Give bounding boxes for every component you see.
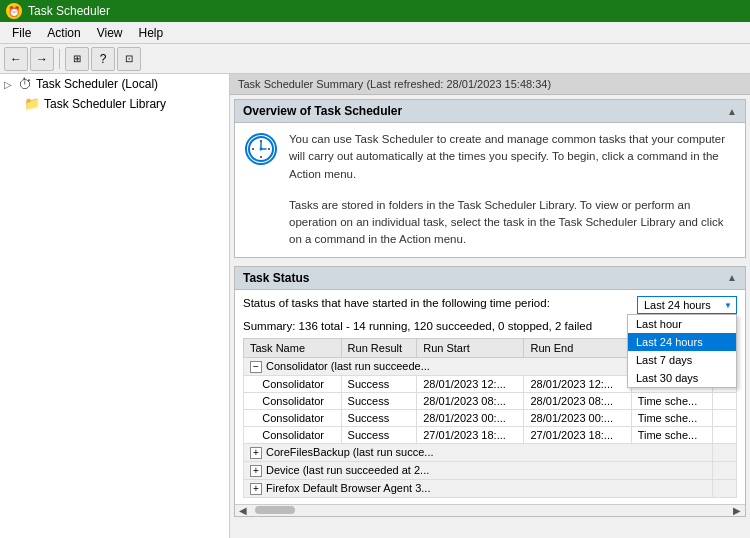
run-end-cell: 28/01/2023 00:... [524,409,631,426]
task-name-cell: Consolidator [244,392,342,409]
time-period-dropdown[interactable]: Last 24 hours [637,296,737,314]
run-result-cell: Success [341,392,417,409]
expand-icon[interactable]: − [250,361,262,373]
clock-icon-container [243,131,279,167]
menu-action[interactable]: Action [39,24,88,42]
time-period-dropdown-menu: Last hour Last 24 hours Last 7 days Last… [627,314,737,388]
run-result-cell: Success [341,426,417,443]
option-last-30-days[interactable]: Last 30 days [628,369,736,387]
expand-local[interactable]: ▷ [4,79,16,90]
triggered-cell: Time sche... [631,392,712,409]
group-row-name: +Device (last run succeeded at 2... [244,461,713,479]
table-row[interactable]: Consolidator Success 28/01/2023 00:... 2… [244,409,737,426]
time-period-dropdown-container: Last 24 hours Last hour Last 24 hours La… [637,296,737,314]
library-label: Task Scheduler Library [44,97,166,111]
task-status-section: Task Status ▲ Status of tasks that have … [234,266,746,517]
task-status-collapse-arrow[interactable]: ▲ [727,272,737,283]
svg-point-5 [268,148,270,150]
title-bar-text: Task Scheduler [28,4,110,18]
clock-icon [245,133,277,165]
overview-collapse-arrow[interactable]: ▲ [727,106,737,117]
right-panel: Task Scheduler Summary (Last refreshed: … [230,74,750,538]
back-button[interactable]: ← [4,47,28,71]
filter-label: Status of tasks that have started in the… [243,297,550,309]
table-row[interactable]: Consolidator Success 27/01/2023 18:... 2… [244,426,737,443]
overview-section-header: Overview of Task Scheduler ▲ [235,100,745,123]
group-row-name: +Firefox Default Browser Agent 3... [244,479,713,497]
run-end-cell: 27/01/2023 18:... [524,426,631,443]
col-task-name: Task Name [244,338,342,357]
overview-text-2: Tasks are stored in folders in the Task … [289,197,737,249]
row-extra [713,392,737,409]
row-extra [713,426,737,443]
toolbar-separator-1 [59,49,60,69]
local-icon: ⏱ [18,76,32,92]
overview-content: You can use Task Scheduler to create and… [235,123,745,257]
forward-button[interactable]: → [30,47,54,71]
expand-icon[interactable]: + [250,465,262,477]
svg-point-4 [252,148,254,150]
overview-section: Overview of Task Scheduler ▲ [234,99,746,258]
task-status-header: Task Status ▲ [235,267,745,290]
summary-header-text: Task Scheduler Summary (Last refreshed: … [238,78,551,90]
horizontal-scrollbar[interactable]: ◀ ▶ [235,504,745,516]
show-hide-button[interactable]: ⊞ [65,47,89,71]
local-label: Task Scheduler (Local) [36,77,158,91]
col-run-start: Run Start [417,338,524,357]
table-row[interactable]: +Device (last run succeeded at 2... [244,461,737,479]
overview-title: Overview of Task Scheduler [243,104,402,118]
app-icon: ⏰ [6,3,22,19]
properties-button[interactable]: ⊡ [117,47,141,71]
main-layout: ▷ ⏱ Task Scheduler (Local) 📁 Task Schedu… [0,74,750,538]
run-start-cell: 28/01/2023 08:... [417,392,524,409]
table-row[interactable]: +Firefox Default Browser Agent 3... [244,479,737,497]
run-end-cell: 28/01/2023 08:... [524,392,631,409]
title-bar: ⏰ Task Scheduler [0,0,750,22]
left-panel: ▷ ⏱ Task Scheduler (Local) 📁 Task Schedu… [0,74,230,538]
col-run-result: Run Result [341,338,417,357]
overview-text-block: You can use Task Scheduler to create and… [289,131,737,249]
task-name-cell: Consolidator [244,426,342,443]
summary-header: Task Scheduler Summary (Last refreshed: … [230,74,750,95]
expand-icon[interactable]: + [250,483,262,495]
run-start-cell: 28/01/2023 12:... [417,375,524,392]
expand-icon[interactable]: + [250,447,262,459]
task-name-cell: Consolidator [244,409,342,426]
triggered-cell: Time sche... [631,426,712,443]
menu-view[interactable]: View [89,24,131,42]
menu-bar: File Action View Help [0,22,750,44]
col-run-end: Run End [524,338,631,357]
group-row-extra [713,479,737,497]
table-row[interactable]: Consolidator Success 28/01/2023 08:... 2… [244,392,737,409]
menu-file[interactable]: File [4,24,39,42]
library-icon: 📁 [24,96,40,111]
row-extra [713,409,737,426]
scroll-left-arrow[interactable]: ◀ [235,505,251,516]
task-status-title: Task Status [243,271,309,285]
task-status-content: Status of tasks that have started in the… [235,290,745,504]
task-name-cell: Consolidator [244,375,342,392]
option-last-24-hours[interactable]: Last 24 hours [628,333,736,351]
menu-help[interactable]: Help [131,24,172,42]
group-row-extra [713,461,737,479]
scroll-right-arrow[interactable]: ▶ [729,505,745,516]
tree-item-local[interactable]: ▷ ⏱ Task Scheduler (Local) [0,74,229,94]
run-result-cell: Success [341,409,417,426]
status-filter-row: Status of tasks that have started in the… [243,296,737,314]
toolbar: ← → ⊞ ? ⊡ [0,44,750,74]
table-row[interactable]: +CoreFilesBackup (last run succe... [244,443,737,461]
run-start-cell: 27/01/2023 18:... [417,426,524,443]
option-last-hour[interactable]: Last hour [628,315,736,333]
scroll-thumb[interactable] [255,506,295,514]
svg-point-6 [260,140,262,142]
run-end-cell: 28/01/2023 12:... [524,375,631,392]
svg-point-7 [260,156,262,158]
group-row-extra [713,443,737,461]
group-row-name: +CoreFilesBackup (last run succe... [244,443,713,461]
option-last-7-days[interactable]: Last 7 days [628,351,736,369]
run-result-cell: Success [341,375,417,392]
overview-text-1: You can use Task Scheduler to create and… [289,131,737,183]
run-start-cell: 28/01/2023 00:... [417,409,524,426]
help-button[interactable]: ? [91,47,115,71]
tree-item-library[interactable]: 📁 Task Scheduler Library [0,94,229,113]
